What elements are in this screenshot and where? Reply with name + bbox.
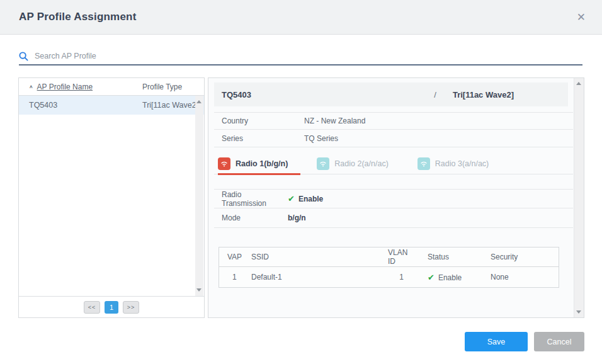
pagination: << 1 >> — [19, 296, 204, 317]
detail-separator: / — [434, 90, 453, 100]
profile-row-selected[interactable]: TQ5403 Tri[11ac Wave2] — [19, 96, 204, 115]
profile-list-header: ∧ AP Profile Name Profile Type — [19, 78, 204, 96]
profile-list-body: TQ5403 Tri[11ac Wave2] — [19, 96, 204, 296]
detail-scrollbar[interactable] — [574, 78, 584, 317]
dialog-header: AP Profile Assignment ✕ — [0, 0, 602, 35]
column-ap-profile-name[interactable]: ∧ AP Profile Name — [29, 82, 142, 91]
wifi-icon — [218, 157, 230, 170]
mode-value: b/g/n — [288, 213, 306, 222]
profile-type-cell: Tri[11ac Wave2] — [142, 101, 198, 110]
page-next-button[interactable]: >> — [123, 301, 139, 314]
profile-detail-panel: TQ5403 / Tri[11ac Wave2] Country NZ - Ne… — [208, 77, 584, 318]
scroll-down-icon[interactable] — [576, 310, 581, 314]
search-icon — [19, 52, 28, 61]
wifi-icon — [417, 157, 430, 170]
check-icon: ✔ — [428, 273, 434, 282]
mode-row: Mode b/g/n — [214, 208, 573, 228]
detail-header-bar: TQ5403 / Tri[11ac Wave2] — [214, 82, 568, 106]
col-status: Status — [415, 253, 491, 261]
col-security: Security — [491, 253, 560, 261]
vap-table-header: VAP SSID VLAN ID Status Security — [219, 247, 559, 267]
tab-radio-3[interactable]: Radio 3(a/n/ac) — [417, 154, 501, 175]
scroll-up-icon[interactable] — [576, 82, 581, 85]
page-current-button[interactable]: 1 — [105, 301, 118, 314]
col-vlan-id: VLAN ID — [388, 248, 415, 266]
save-button[interactable]: Save — [465, 332, 528, 351]
tab-radio-2[interactable]: Radio 2(a/n/ac) — [317, 154, 400, 175]
radio-transmission-row: Radio Transmission ✔Enable — [214, 189, 573, 208]
profile-name-cell: TQ5403 — [29, 101, 142, 110]
page-prev-button[interactable]: << — [84, 301, 100, 314]
check-icon: ✔ — [288, 194, 295, 203]
sort-asc-icon: ∧ — [29, 84, 33, 89]
close-icon[interactable]: ✕ — [574, 9, 588, 25]
radio-transmission-label: Radio Transmission — [214, 190, 288, 208]
status-cell: ✔Enable — [415, 273, 491, 282]
tab-radio-1[interactable]: Radio 1(b/g/n) — [218, 154, 300, 175]
mode-label: Mode — [214, 213, 288, 222]
ssid-cell: Default-1 — [251, 273, 388, 282]
vlan-id-cell: 1 — [388, 273, 415, 282]
series-row: Series TQ Series — [214, 130, 573, 147]
radio-settings-rows: Radio Transmission ✔Enable Mode b/g/n — [214, 189, 573, 228]
radio-tabs: Radio 1(b/g/n) Radio 2(a/n/ac) — [214, 154, 573, 174]
country-label: Country — [214, 117, 304, 125]
search-bar — [19, 48, 582, 65]
search-input[interactable] — [35, 52, 582, 60]
vap-table: VAP SSID VLAN ID Status Security 1 Defau… — [219, 247, 559, 288]
series-value: TQ Series — [304, 134, 338, 143]
vap-table-row[interactable]: 1 Default-1 1 ✔Enable None — [219, 267, 559, 287]
country-value: NZ - New Zealand — [304, 117, 365, 125]
dialog-title: AP Profile Assignment — [19, 11, 137, 23]
security-cell: None — [491, 273, 560, 282]
detail-info-rows: Country NZ - New Zealand Series TQ Serie… — [214, 112, 573, 147]
list-scrollbar[interactable] — [195, 96, 203, 296]
country-row: Country NZ - New Zealand — [214, 112, 573, 130]
scroll-up-icon[interactable] — [196, 100, 202, 103]
series-label: Series — [214, 134, 304, 143]
column-profile-type[interactable]: Profile Type — [142, 82, 182, 91]
vap-cell: 1 — [219, 273, 251, 282]
scroll-down-icon[interactable] — [196, 288, 202, 292]
detail-profile-name: TQ5403 — [222, 90, 251, 100]
col-ssid: SSID — [251, 253, 388, 261]
col-vap: VAP — [219, 253, 251, 261]
ap-profile-assignment-dialog: AP Profile Assignment ✕ ∧ AP Profile Nam… — [0, 0, 602, 364]
radio-transmission-value: ✔Enable — [288, 194, 323, 203]
wifi-icon — [317, 157, 329, 170]
cancel-button[interactable]: Cancel — [534, 332, 584, 351]
detail-profile-type: Tri[11ac Wave2] — [453, 90, 514, 100]
profile-list-panel: ∧ AP Profile Name Profile Type TQ5403 Tr… — [18, 77, 205, 318]
